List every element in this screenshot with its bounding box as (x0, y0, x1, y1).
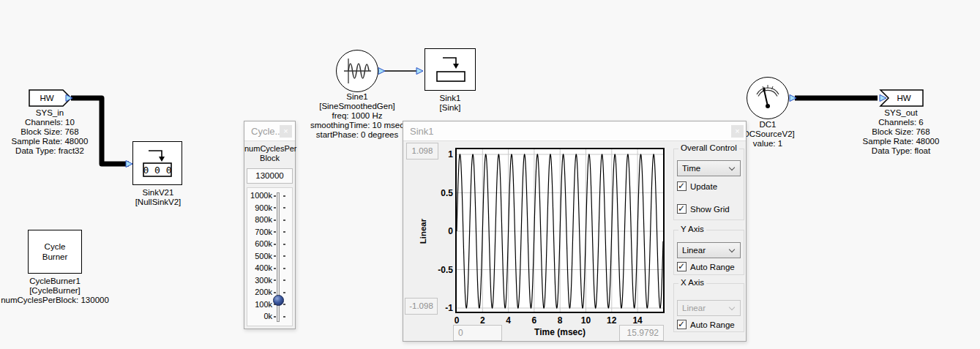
show-grid-checkbox-label: Show Grid (690, 205, 730, 214)
close-icon[interactable]: × (731, 125, 744, 138)
gauge-icon (752, 82, 784, 114)
update-checkbox[interactable]: ✓ (677, 181, 687, 191)
scale-tick-left (274, 244, 276, 245)
sink-icon (431, 53, 469, 86)
block-type: [SineSmoothedGen] (299, 102, 416, 111)
slider-scale-label: 700k (247, 227, 272, 237)
sinkv21-block[interactable]: 0 0 0 (132, 141, 182, 185)
x-tick-label: 14 (628, 315, 647, 326)
dropdown-value: Linear (682, 304, 706, 312)
cycle-burner-block[interactable]: Cycle Burner (28, 230, 82, 274)
x-start-field[interactable]: 0 (453, 325, 502, 341)
slider-scale-row: 0k (247, 311, 292, 321)
scale-tick-right (283, 244, 285, 245)
slider-scale-label: 200k (247, 287, 272, 297)
x-axis-dropdown: Linear (677, 300, 741, 316)
sine1-block[interactable] (336, 50, 378, 92)
slider-scale-label: 100k (247, 299, 272, 309)
chevron-down-icon (729, 247, 735, 252)
block-type: [Sink] (406, 103, 494, 113)
sink1-input-port-icon[interactable] (416, 68, 423, 75)
overall-control-dropdown[interactable]: Time (677, 160, 741, 176)
x-tick-label: 0 (447, 315, 466, 326)
scale-tick-right (283, 268, 285, 269)
sink1-block-labels: Sink1 [Sink] (406, 94, 494, 113)
slider-scale-row: 200k (247, 287, 292, 297)
dropdown-value: Linear (682, 246, 706, 255)
slider-scale-row: 900k (247, 203, 292, 213)
slider-scale-label: 600k (247, 239, 272, 249)
cycle-window-titlebar[interactable]: Cycle... × (244, 121, 295, 141)
slider-scale: 1000k900k800k700k600k500k400k300k200k100… (247, 188, 292, 326)
y-auto-range-checkbox[interactable]: ✓ (677, 262, 687, 271)
scale-tick-right (283, 255, 285, 257)
sink1-scope-window[interactable]: Sink1 × 1.098 -1.098 Linear 10.50-0.5-1 … (403, 121, 747, 342)
scale-tick-right (283, 292, 285, 293)
slider-thumb[interactable] (273, 295, 284, 306)
y-tick-label: 0 (431, 225, 453, 237)
update-checkbox-row[interactable]: ✓ Update (677, 181, 717, 191)
slider-scale-row: 600k (247, 239, 292, 249)
slider-scale-label: 1000k (247, 190, 272, 200)
cycle-window-title: Cycle... (251, 126, 283, 137)
block-props: freq: 1000 HzsmoothingTime: 10 msecstart… (299, 111, 416, 140)
overall-control-group-label: Overall Control (678, 143, 739, 152)
scope-plot[interactable] (455, 148, 665, 313)
sine-waveform-plot (457, 149, 663, 312)
cycle-slider-window[interactable]: Cycle... × numCyclesPer Block 130000 100… (244, 121, 296, 329)
sys-out-hw-label: HW (887, 91, 921, 105)
block-name: SYS_out (850, 108, 952, 118)
x-axis-group-label: X Axis (678, 278, 706, 287)
scale-tick-left (274, 255, 276, 257)
scale-tick-right (283, 304, 285, 305)
label-line: Block Size: 768 (0, 127, 100, 137)
x-auto-range-checkbox-row[interactable]: ✓ Auto Range (677, 320, 735, 329)
scale-tick-left (274, 195, 276, 197)
y-axis-dropdown[interactable]: Linear (677, 242, 741, 258)
show-grid-checkbox-row[interactable]: ✓ Show Grid (677, 204, 730, 214)
scale-tick-right (283, 316, 285, 318)
x-auto-range-checkbox[interactable]: ✓ (677, 320, 687, 329)
param-name-line2: Block (244, 154, 295, 162)
block-name: SYS_in (0, 108, 100, 118)
x-tick-label: 6 (525, 315, 544, 326)
label-line: Sample Rate: 48000 (850, 137, 952, 146)
slider-scale-area: 1000k900k800k700k600k500k400k300k200k100… (247, 187, 293, 326)
label-line: Channels: 10 (0, 118, 100, 127)
scale-tick-right (283, 195, 285, 197)
slider-scale-label: 300k (247, 275, 272, 285)
block-name: SinkV21 (107, 188, 209, 198)
show-grid-checkbox[interactable]: ✓ (677, 204, 687, 214)
sys-out-input-port-icon[interactable] (880, 95, 886, 102)
block-props: Channels: 6Block Size: 768Sample Rate: 4… (850, 118, 952, 156)
null-sink-digits: 0 0 0 (143, 165, 171, 176)
scale-tick-left (274, 292, 276, 293)
y-auto-range-checkbox-row[interactable]: ✓ Auto Range (677, 262, 735, 271)
cycle-burner-box-line1: Cycle (42, 241, 68, 252)
slider-scale-label: 0k (247, 311, 272, 321)
x-end-field[interactable]: 15.9792 (619, 325, 664, 341)
slider-scale-label: 900k (247, 203, 272, 213)
y-axis-name-label: Linear (418, 209, 428, 253)
sink1-block[interactable] (424, 48, 476, 91)
dropdown-value: Time (682, 164, 700, 173)
sine1-output-port-icon[interactable] (378, 68, 385, 75)
scope-window-titlebar[interactable]: Sink1 × (403, 121, 746, 141)
close-icon[interactable]: × (280, 125, 292, 138)
x-tick-label: 2 (473, 315, 492, 326)
chevron-down-icon (729, 304, 735, 310)
param-name-line1: numCyclesPer (244, 144, 295, 153)
sine-icon (341, 55, 373, 87)
cycle-burner-box-line2: Burner (42, 252, 68, 262)
slider-scale-row: 1000k (247, 190, 292, 200)
slider-scale-label: 400k (247, 263, 272, 273)
x-tick-label: 8 (550, 315, 569, 326)
sinkv21-input-port-icon[interactable] (126, 161, 132, 168)
label-line: startPhase: 0 degrees (299, 130, 416, 140)
dc1-block[interactable] (747, 77, 789, 119)
scale-tick-left (274, 231, 276, 233)
slider-scale-row: 800k (247, 214, 292, 225)
label-line: Data Type: fract32 (0, 146, 100, 156)
slider-value-field[interactable]: 130000 (247, 168, 293, 184)
label-line: Channels: 6 (850, 118, 952, 127)
